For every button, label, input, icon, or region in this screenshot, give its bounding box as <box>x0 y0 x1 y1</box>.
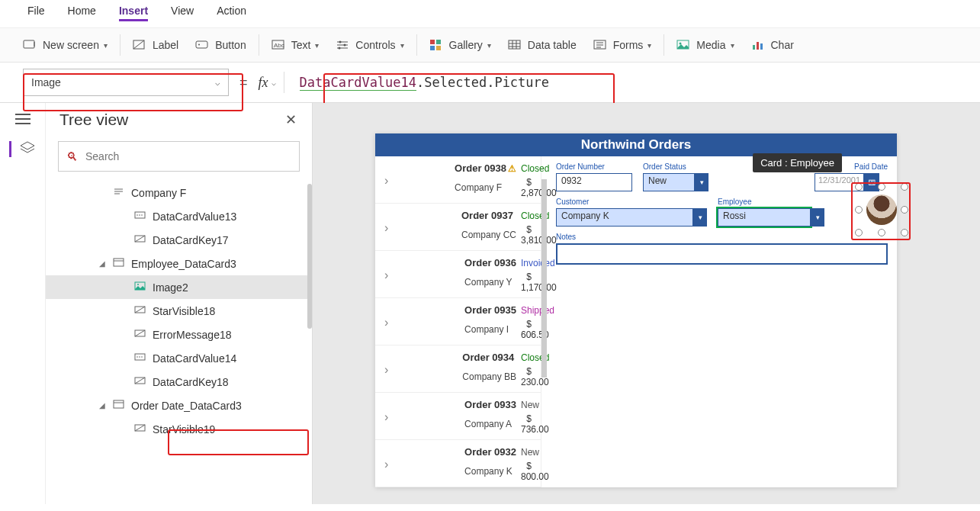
employee-select[interactable]: Rossi▾ <box>718 208 824 227</box>
resize-handle[interactable] <box>901 229 908 236</box>
tree-item-type-icon <box>134 210 146 223</box>
resize-handle[interactable] <box>878 183 885 191</box>
gallery-scrollbar[interactable] <box>541 179 547 378</box>
tree-item-datacardkey17[interactable]: DataCardKey17 <box>46 228 312 252</box>
tree-item-label: StarVisible18 <box>153 305 215 317</box>
expand-toggle-icon[interactable]: ◢ <box>99 401 107 410</box>
image2-selection[interactable] <box>859 187 904 233</box>
tree-item-type-icon <box>113 399 125 412</box>
menu-file[interactable]: File <box>27 5 45 21</box>
order-amount: $ 230.00 <box>521 366 532 387</box>
tree-item-order-date-datacard3[interactable]: ◢Order Date_DataCard3 <box>46 394 312 417</box>
order-number: Order 0934 <box>462 352 516 363</box>
chevron-down-icon: ▾ <box>104 41 108 50</box>
tree-item-datacardvalue14[interactable]: DataCardValue14 <box>46 346 312 370</box>
chevron-right-icon: › <box>384 458 460 471</box>
tree-item-datacardkey18[interactable]: DataCardKey18 <box>46 370 312 394</box>
order-number: Order 0937 <box>461 210 516 221</box>
notes-input[interactable] <box>556 243 888 265</box>
tree-search-input[interactable] <box>84 149 291 163</box>
media-button[interactable]: Media▾ <box>676 39 734 51</box>
tree-item-label: DataCardValue13 <box>153 211 236 223</box>
svg-rect-18 <box>509 40 520 49</box>
chevron-right-icon: › <box>384 268 460 282</box>
ribbon-gallery-label: Gallery <box>449 39 483 51</box>
button-icon <box>195 39 209 51</box>
svg-point-36 <box>137 214 138 216</box>
resize-handle[interactable] <box>901 206 908 214</box>
formula-token-property: .Selected.Picture <box>416 75 549 90</box>
order-row[interactable]: Order 0933New›Company A$ 736.00 <box>375 393 541 440</box>
chevron-down-icon: ▾ <box>811 208 824 227</box>
menu-view[interactable]: View <box>171 5 194 21</box>
tree-scrollbar[interactable] <box>307 184 312 329</box>
label-order-number: Order Number <box>556 162 632 171</box>
order-row[interactable]: Order 0932New›Company K$ 800.00 <box>375 440 541 487</box>
property-dropdown[interactable]: Image ⌵ <box>23 69 229 96</box>
menu-action[interactable]: Action <box>217 5 246 21</box>
tree-item-starvisible19[interactable]: StarVisible19 <box>46 417 312 441</box>
new-screen-button[interactable]: New screen▾ <box>23 39 108 51</box>
resize-handle[interactable] <box>855 206 863 214</box>
chevron-down-icon: ⌵ <box>272 79 276 87</box>
equals-sign: = <box>239 75 248 91</box>
order-row[interactable]: Order 0935Shipped›Company I$ 606.50 <box>375 298 541 345</box>
forms-button[interactable]: Forms▾ <box>593 39 652 51</box>
resize-handle[interactable] <box>901 183 908 191</box>
button-button[interactable]: Button <box>195 39 246 51</box>
order-company: Company BB <box>462 371 516 382</box>
ribbon-media-label: Media <box>696 39 725 51</box>
order-number-input[interactable]: 0932 <box>556 173 632 191</box>
chevron-right-icon: › <box>384 363 458 377</box>
order-row[interactable]: Order 0937Closed›Company CC$ 3,810.00 <box>375 204 541 251</box>
tree-item-datacardvalue13[interactable]: DataCardValue13 <box>46 204 312 228</box>
order-row[interactable]: Order 0936Invoiced›Company Y$ 1,170.00 <box>375 251 541 298</box>
resize-handle[interactable] <box>855 183 863 191</box>
svg-line-40 <box>135 236 145 242</box>
label-button[interactable]: Label <box>133 39 178 51</box>
tree-view-title: Tree view <box>59 111 128 129</box>
ribbon: New screen▾ Label Button Abc Text▾ Contr… <box>0 28 980 63</box>
tree-item-image2[interactable]: Image2 <box>46 275 312 299</box>
svg-point-5 <box>198 44 200 46</box>
resize-handle[interactable] <box>878 229 885 236</box>
tree-view-rail-button[interactable] <box>9 141 36 157</box>
order-row[interactable]: Order 0934Closed›Company BB$ 230.00 <box>375 345 541 393</box>
svg-rect-41 <box>114 259 124 266</box>
menu-insert[interactable]: Insert <box>119 5 148 21</box>
tree-item-starvisible18[interactable]: StarVisible18 <box>46 299 312 323</box>
data-table-button[interactable]: Data table <box>508 39 577 51</box>
fx-button[interactable]: fx ⌵ <box>259 75 276 91</box>
order-row[interactable]: Order 0938⚠Closed›Company F$ 2,870.00 <box>375 156 541 204</box>
formula-input[interactable]: DataCardValue14.Selected.Picture <box>292 72 966 94</box>
controls-button[interactable]: Controls▾ <box>336 39 403 51</box>
hamburger-icon[interactable] <box>15 114 31 124</box>
tree-item-type-icon <box>134 233 146 246</box>
label-customer: Customer <box>556 198 707 206</box>
order-status-select[interactable]: New▾ <box>643 173 708 191</box>
close-panel-button[interactable]: ✕ <box>285 111 297 128</box>
tree-search[interactable]: 🔍︎ <box>58 141 300 172</box>
tree-item-errormessage18[interactable]: ErrorMessage18 <box>46 323 312 346</box>
svg-point-37 <box>139 214 140 216</box>
menu-home[interactable]: Home <box>68 5 96 21</box>
screen-plus-icon <box>23 39 37 51</box>
resize-handle[interactable] <box>855 229 863 236</box>
gallery-button[interactable]: Gallery▾ <box>429 39 491 51</box>
order-gallery[interactable]: Order 0938⚠Closed›Company F$ 2,870.00Ord… <box>375 156 541 487</box>
tree-item-label: Order Date_DataCard3 <box>131 400 242 412</box>
tree-item-employee-datacard3[interactable]: ◢Employee_DataCard3 <box>46 252 312 275</box>
tree-item-company-f[interactable]: Company F <box>46 181 312 204</box>
tree-item-type-icon <box>134 281 146 294</box>
customer-select[interactable]: Company K▾ <box>556 208 707 227</box>
chart-icon <box>751 39 765 51</box>
forms-icon <box>593 39 607 51</box>
new-screen-label: New screen <box>43 39 99 51</box>
svg-rect-30 <box>757 42 759 50</box>
chart-button[interactable]: Char <box>751 39 794 51</box>
ribbon-text-label: Text <box>291 39 311 51</box>
gallery-icon <box>429 39 443 51</box>
text-button[interactable]: Abc Text▾ <box>272 39 320 51</box>
chevron-down-icon: ▾ <box>315 41 319 50</box>
expand-toggle-icon[interactable]: ◢ <box>99 259 107 268</box>
